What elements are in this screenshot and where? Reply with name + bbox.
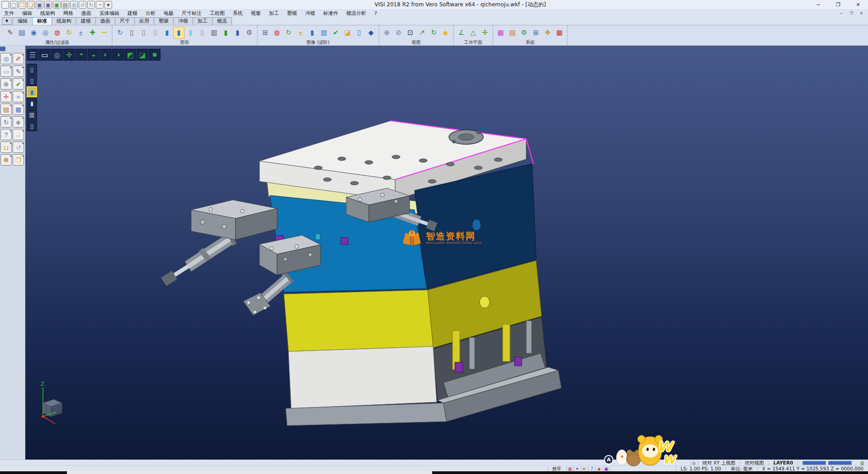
advanced-toggle-icon[interactable]: ± xyxy=(295,27,306,39)
history-icon[interactable]: ◔ xyxy=(96,1,104,9)
model-teal-fitting[interactable] xyxy=(316,234,320,240)
zoom-in-out-icon[interactable]: ⊕ xyxy=(0,78,12,90)
visi-logo[interactable]: V xyxy=(1,1,9,9)
copy-shading-icon[interactable]: ▮ xyxy=(232,27,243,39)
view-bottom-icon[interactable]: ◒ xyxy=(88,49,99,61)
panel-handle[interactable] xyxy=(0,47,5,51)
mode-analysis-icon[interactable]: ▯ xyxy=(27,120,37,131)
window-settings-icon[interactable]: ⊞ xyxy=(530,27,542,39)
sketch-pencil-icon[interactable]: ✎ xyxy=(13,66,24,77)
close-button[interactable]: ✕ xyxy=(848,0,868,9)
print-preview-icon[interactable]: ◎ xyxy=(70,1,78,9)
flat-cylinder-icon[interactable]: ▯ xyxy=(197,27,208,39)
view-front-icon[interactable]: ◩ xyxy=(124,49,136,61)
menu-item[interactable]: 文件 xyxy=(0,10,18,17)
status-lock-toggle[interactable]: 拴牢 xyxy=(547,466,566,471)
status-search-icon[interactable]: ◎ xyxy=(690,460,698,465)
tab-machining[interactable]: 加工 xyxy=(193,17,212,25)
advanced-traffic-light-icon[interactable]: ◍ xyxy=(271,27,283,39)
status-view-mode[interactable]: 绝对视图 xyxy=(740,460,768,465)
status-globe-icon[interactable]: ◍ xyxy=(856,460,868,466)
status-layer[interactable]: LAYER0 xyxy=(768,460,797,465)
advanced-show-icon[interactable]: ⊞ xyxy=(259,27,271,39)
refresh-visibility-icon[interactable]: ↻ xyxy=(63,27,75,39)
menu-item[interactable]: 编辑 xyxy=(18,10,36,17)
mode-wireframe-icon[interactable]: ▯ xyxy=(27,64,37,75)
menu-item[interactable]: 分析 xyxy=(142,10,160,17)
workplane-3points-icon[interactable]: ∠ xyxy=(456,27,467,39)
print-icon[interactable]: ▤ xyxy=(61,1,69,9)
status-view-label[interactable]: 绝对 XY 上视图 xyxy=(698,460,740,465)
point-arrow-icon[interactable]: ↗ xyxy=(416,27,428,39)
menu-item[interactable]: 实体编辑 xyxy=(95,10,123,17)
save-as-icon[interactable]: ▣ xyxy=(44,1,52,9)
menu-item[interactable]: 模流分析 xyxy=(342,10,370,17)
menu-item[interactable]: 工程图 xyxy=(206,10,229,17)
wireframe-cylinder-icon[interactable]: ▯ xyxy=(126,27,137,39)
advanced-refresh-icon[interactable]: ↻ xyxy=(283,27,294,39)
toggle-visibility-icon[interactable]: ± xyxy=(75,27,86,39)
grid-settings-icon[interactable]: ▦ xyxy=(554,27,565,39)
measure-distance-icon[interactable]: ↔ xyxy=(13,129,24,140)
menu-item[interactable]: 线架构 xyxy=(36,10,59,17)
menu-item[interactable]: 视窗 xyxy=(247,10,265,17)
validate-cylinder-icon[interactable]: ✔ xyxy=(330,27,341,39)
snap-window-icon[interactable]: ▦ xyxy=(566,466,574,471)
menu-item[interactable]: 系统 xyxy=(229,10,247,17)
zoom-dynamic-icon[interactable]: ⊕ xyxy=(381,27,392,39)
mode-hidden-line-icon[interactable]: ▯ xyxy=(27,75,37,86)
confirm-check-icon[interactable]: ✔ xyxy=(13,78,24,90)
undo-gray-icon[interactable]: ↺ xyxy=(13,142,24,153)
taskbar-window-strip[interactable] xyxy=(67,471,432,474)
view-iso-icon[interactable]: ■ xyxy=(149,49,160,61)
zoom-extents-icon[interactable]: ⊘ xyxy=(393,27,404,39)
menu-item[interactable]: 尺寸标注 xyxy=(178,10,206,17)
view-right-icon[interactable]: ◑ xyxy=(112,49,124,61)
export-folder-icon[interactable]: ❐ xyxy=(13,154,24,166)
context-help-icon[interactable]: ? xyxy=(588,466,595,471)
view-menu-icon[interactable]: ☰ xyxy=(27,49,38,61)
menu-item[interactable]: 电极 xyxy=(160,10,178,17)
zoom-previous-icon[interactable]: ◎ xyxy=(51,49,63,61)
mdi-minimize-button[interactable]: ─ xyxy=(836,10,846,16)
menu-item[interactable]: 曲面 xyxy=(77,10,95,17)
system-options-icon[interactable]: ⚙ xyxy=(519,27,530,39)
undo-icon[interactable]: ↺ xyxy=(79,1,86,9)
refresh-view-icon[interactable]: ↻ xyxy=(0,116,12,128)
workplane-entity-icon[interactable]: △ xyxy=(467,27,479,39)
qat-dropdown-icon[interactable]: ▾ xyxy=(104,1,112,9)
hide-entities-icon[interactable]: ◎ xyxy=(40,27,51,39)
erase-pencil-icon[interactable]: ✐ xyxy=(13,53,24,64)
tab-standard[interactable]: 标准 xyxy=(32,17,52,25)
hidden-line-cylinder-icon[interactable]: ▯ xyxy=(138,27,149,39)
export-block-icon[interactable]: ◈ xyxy=(595,466,603,471)
tab-surface[interactable]: 曲面 xyxy=(95,17,115,25)
render-settings-icon[interactable]: ⚙ xyxy=(244,27,255,39)
solid-cube-icon[interactable]: ◆ xyxy=(13,116,24,128)
wireframe-blue-cylinder-icon[interactable]: ▯ xyxy=(354,27,365,39)
attribute-info-icon[interactable]: ▤ xyxy=(16,27,28,39)
help-question-icon[interactable]: ? xyxy=(0,129,12,140)
model-locating-ring[interactable] xyxy=(449,130,483,144)
zoom-layers-icon[interactable]: ◎ xyxy=(0,53,12,64)
section-cylinder-icon[interactable]: ◪ xyxy=(342,27,353,39)
shaded-cube-icon[interactable]: ◆ xyxy=(365,27,377,39)
rotate-view-icon[interactable]: ↻ xyxy=(428,27,439,39)
curve-pencil-icon[interactable]: ≈ xyxy=(13,91,24,102)
menu-item[interactable]: 标准件 xyxy=(319,10,342,17)
shaded-edges-cylinder-icon[interactable]: ▮ xyxy=(161,27,173,39)
fit-window-icon[interactable]: ▭ xyxy=(0,66,12,77)
view-top-icon[interactable]: ◓ xyxy=(75,49,87,61)
tab-stamping[interactable]: 冲模 xyxy=(173,17,193,25)
maximize-button[interactable]: ❐ xyxy=(828,0,848,9)
tab-flow[interactable]: 模流 xyxy=(212,17,232,25)
menu-item[interactable]: 塑模 xyxy=(283,10,301,17)
menu-item[interactable]: ? xyxy=(370,10,381,17)
regen-shading-icon[interactable]: ▮ xyxy=(220,27,231,39)
transparent-cylinder-icon[interactable]: ▮ xyxy=(185,27,196,39)
striped-cylinder-icon[interactable]: ▥ xyxy=(318,27,330,39)
magic-wand-icon[interactable]: ✦ xyxy=(574,466,581,471)
navigation-wheel-icon[interactable]: ☸ xyxy=(0,154,12,166)
modify-attributes-icon[interactable]: ✎ xyxy=(5,27,16,39)
insert-file-icon[interactable]: ❏ xyxy=(27,1,35,9)
